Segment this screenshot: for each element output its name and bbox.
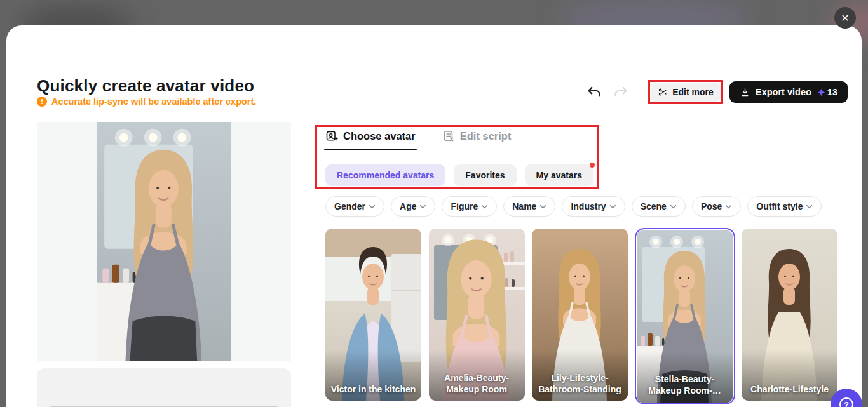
avatar-filters-row: GenderAgeFigureNameIndustryScenePoseOutf… <box>325 196 822 217</box>
avatar-name-label: Lily-Lifestyle-Bathroom-Standing <box>536 372 624 395</box>
avatar-card[interactable]: Amelia-Beauty-Makeup Room <box>429 229 525 404</box>
redo-button[interactable] <box>613 84 629 101</box>
create-avatar-video-modal: Quickly create avatar video ! Accurate l… <box>6 25 862 407</box>
avatar-card[interactable]: Victor in the kitchen <box>325 229 421 404</box>
chevron-down-icon <box>609 203 616 210</box>
filter-label: Gender <box>334 201 365 211</box>
filter-age[interactable]: Age <box>391 196 435 217</box>
avatar-card[interactable]: Lily-Lifestyle-Bathroom-Standing <box>532 229 628 404</box>
undo-button[interactable] <box>586 84 602 101</box>
warning-text: Accurate lip-sync will be available afte… <box>51 97 256 107</box>
export-video-label: Export video <box>756 87 811 97</box>
redo-icon <box>613 84 629 101</box>
chip-recommended-avatars[interactable]: Recommended avatars <box>325 164 445 186</box>
lipsync-warning: ! Accurate lip-sync will be available af… <box>37 97 256 107</box>
chip-label: My avatars <box>536 170 582 180</box>
filter-gender[interactable]: Gender <box>325 196 384 217</box>
avatar-card-image: Victor in the kitchen <box>325 229 421 401</box>
page-background: ✕ Quickly create avatar video ! Accurate… <box>0 0 868 407</box>
filter-name[interactable]: Name <box>503 196 555 217</box>
avatar-name-label: Stella-Beauty-Makeup Room-… <box>641 373 729 396</box>
page-title: Quickly create avatar video <box>37 76 254 96</box>
download-icon <box>740 87 750 98</box>
avatar-card-image: Stella-Beauty-Makeup Room-… <box>637 230 733 403</box>
tab-choose-avatar-label: Choose avatar <box>343 130 416 142</box>
avatar-category-chips: Recommended avatarsFavoritesMy avatars <box>325 164 593 186</box>
tab-choose-avatar[interactable]: Choose avatar <box>325 130 416 150</box>
avatar-card-image: Lily-Lifestyle-Bathroom-Standing <box>532 229 628 401</box>
avatar-name-label: Charlotte-Lifestyle <box>745 384 834 395</box>
filter-industry[interactable]: Industry <box>562 196 625 217</box>
credits-sparkle-icon <box>817 88 826 97</box>
filter-label: Industry <box>571 201 606 211</box>
credits-count: 13 <box>827 87 837 97</box>
chevron-down-icon <box>419 203 426 210</box>
video-player-bar: 00:00 | 00:06 <box>37 368 291 407</box>
undo-icon <box>586 84 602 101</box>
notification-dot <box>590 163 595 168</box>
chevron-down-icon <box>539 203 546 210</box>
edit-script-icon <box>442 130 455 142</box>
close-icon: ✕ <box>841 12 849 24</box>
chip-my-avatars[interactable]: My avatars <box>525 164 593 186</box>
filter-label: Name <box>512 201 536 211</box>
filter-label: Figure <box>451 201 478 211</box>
avatar-tabs: Choose avatar Edit script <box>325 130 511 150</box>
filter-pose[interactable]: Pose <box>692 196 741 217</box>
filter-label: Scene <box>641 201 667 211</box>
filter-label: Outfit style <box>756 201 803 211</box>
avatar-grid: Victor in the kitchenAmelia-Beauty-Makeu… <box>325 229 837 404</box>
choose-avatar-icon <box>325 130 338 142</box>
filter-scene[interactable]: Scene <box>632 196 686 217</box>
filter-label: Pose <box>701 201 722 211</box>
tab-edit-script-label: Edit script <box>460 130 512 142</box>
avatar-scene-art <box>97 122 231 361</box>
close-modal-button[interactable]: ✕ <box>834 7 856 29</box>
chevron-down-icon <box>725 203 732 210</box>
avatar-card-image: Charlotte-Lifestyle <box>742 229 837 401</box>
edit-more-label: Edit more <box>672 87 714 97</box>
tab-edit-script[interactable]: Edit script <box>442 130 512 150</box>
scissors-icon <box>658 87 668 97</box>
filter-label: Age <box>400 201 416 211</box>
avatar-card-selected[interactable]: Stella-Beauty-Makeup Room-… <box>635 229 735 404</box>
chevron-down-icon <box>806 203 813 210</box>
chevron-down-icon <box>670 203 677 210</box>
filter-outfit-style[interactable]: Outfit style <box>747 196 822 217</box>
chevron-down-icon <box>369 203 376 210</box>
warning-icon: ! <box>37 97 47 107</box>
avatar-card[interactable]: Charlotte-Lifestyle <box>742 229 837 404</box>
avatar-name-label: Amelia-Beauty-Makeup Room <box>433 372 521 395</box>
edit-more-button[interactable]: Edit more <box>651 83 721 102</box>
chip-favorites[interactable]: Favorites <box>454 164 516 186</box>
filter-figure[interactable]: Figure <box>442 196 497 217</box>
avatar-name-label: Victor in the kitchen <box>329 384 417 395</box>
chip-label: Favorites <box>465 170 505 180</box>
avatar-card-image: Amelia-Beauty-Makeup Room <box>429 229 525 401</box>
help-icon: ? <box>839 397 853 407</box>
export-video-button[interactable]: Export video 13 <box>729 81 848 103</box>
video-preview-panel <box>37 122 291 361</box>
avatar-video-preview[interactable] <box>97 122 231 361</box>
chip-label: Recommended avatars <box>337 170 434 180</box>
chevron-down-icon <box>481 203 488 210</box>
